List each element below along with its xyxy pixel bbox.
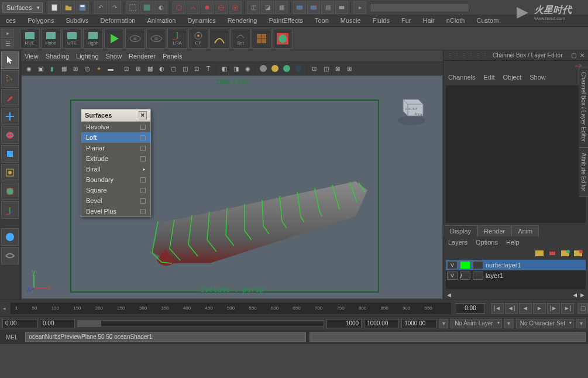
show-manip-tool[interactable] <box>1 201 19 219</box>
layer-type-toggle[interactable] <box>473 272 483 280</box>
play-back-button[interactable]: ◄ <box>519 303 532 314</box>
manipulator-tool[interactable] <box>1 164 19 181</box>
layer-color-swatch[interactable]: / <box>460 272 470 280</box>
vp-menu-shading[interactable]: Shading <box>46 53 69 60</box>
surfaces-item-loft[interactable]: Loft <box>81 132 150 143</box>
layer-add-icon[interactable] <box>560 249 570 257</box>
range-slider[interactable] <box>77 320 324 327</box>
layer-scrollbar[interactable]: ◄◄► <box>443 290 588 300</box>
viewport-3d[interactable]: 1280 x 720 <box>22 76 442 298</box>
layer-visibility-toggle[interactable]: V <box>447 261 458 269</box>
new-scene-icon[interactable] <box>48 1 61 14</box>
shelf-tab-up[interactable]: ▸ <box>1 29 14 38</box>
menu-tab[interactable]: Hair <box>417 15 440 26</box>
anim-layer-dropdown[interactable]: No Anim Layer <box>451 319 502 328</box>
panel-close-icon[interactable]: ✕ <box>580 52 584 59</box>
vp-2d-icon[interactable]: ▦ <box>59 63 69 74</box>
go-start-button[interactable]: |◄ <box>491 303 504 314</box>
menu-tab[interactable]: ces <box>0 15 22 26</box>
vp-menu-show[interactable]: Show <box>106 53 122 60</box>
snap-live-icon[interactable] <box>229 1 242 14</box>
layer-type-toggle[interactable] <box>473 261 483 269</box>
range-end1[interactable]: 1000 <box>326 319 362 328</box>
single-view[interactable] <box>1 228 19 246</box>
timeline-min-icon[interactable]: ◂ <box>0 305 8 311</box>
select-hier-icon[interactable] <box>140 1 153 14</box>
vp-menu-panels[interactable]: Panels <box>163 53 183 60</box>
side-tab-attribute[interactable]: Attribute Editor <box>579 147 588 197</box>
vp-poly-icon[interactable]: ◨ <box>231 63 241 74</box>
surfaces-item-boundary[interactable]: Boundary <box>81 174 150 185</box>
paint-tool[interactable] <box>1 89 19 106</box>
layer-tab-anim[interactable]: Anim <box>511 225 539 236</box>
menu-tab[interactable]: Animation <box>141 15 181 26</box>
vp-wireframe-icon[interactable]: ⊡ <box>121 63 132 74</box>
close-icon[interactable]: ✕ <box>139 111 147 119</box>
redo-icon[interactable]: ↷ <box>108 1 121 14</box>
shelf-eye2[interactable] <box>146 29 166 49</box>
menu-tab[interactable]: Rendering <box>222 15 263 26</box>
layer-row[interactable]: V nurbs:layer1 <box>446 260 586 270</box>
save-icon[interactable] <box>76 1 89 14</box>
edit-menu[interactable]: Edit <box>483 74 494 81</box>
vp-material3-icon[interactable] <box>281 63 292 74</box>
vp-material2-icon[interactable] <box>270 63 280 74</box>
menu-tab[interactable]: Muscle <box>335 15 367 26</box>
snap-plane-icon[interactable] <box>215 1 228 14</box>
layer-add2-icon[interactable] <box>573 249 583 257</box>
menu-tab[interactable]: Subdivs <box>60 15 94 26</box>
surfaces-item-birail[interactable]: Birail▸ <box>81 164 150 174</box>
surfaces-panel-title[interactable]: Surfaces ✕ <box>81 109 150 122</box>
undo-icon[interactable]: ↶ <box>94 1 107 14</box>
vp-grid-icon[interactable]: ⊞ <box>70 63 81 74</box>
layer-visibility-toggle[interactable]: V <box>447 272 458 280</box>
surfaces-item-extrude[interactable]: Extrude <box>81 153 150 164</box>
menu-tab[interactable]: Dynamics <box>181 15 221 26</box>
layer-move-icon[interactable] <box>547 249 558 257</box>
construction-icon[interactable]: ▦ <box>275 1 288 14</box>
range-start2[interactable]: 0.00 <box>40 319 75 328</box>
search-input[interactable] <box>370 3 469 12</box>
vp-light-icon[interactable]: ◐ <box>156 63 167 74</box>
vp-renderer3-icon[interactable]: ⊠ <box>332 63 343 74</box>
vp-gate-mask-icon[interactable]: ▬ <box>105 63 116 74</box>
menu-tab[interactable]: PaintEffects <box>263 15 309 26</box>
step-fwd-button[interactable]: |► <box>547 303 560 314</box>
range-end2[interactable]: 1000.00 <box>364 319 399 328</box>
options-menu[interactable]: Options <box>476 239 498 246</box>
vp-renderer2-icon[interactable]: ◫ <box>321 63 331 74</box>
menu-tab[interactable]: Toon <box>309 15 335 26</box>
move-tool[interactable] <box>1 108 19 125</box>
shelf-cp[interactable]: CP <box>188 29 208 49</box>
vp-renderer4-icon[interactable]: ⊞ <box>344 63 355 74</box>
show-menu[interactable]: Show <box>529 74 546 81</box>
open-icon[interactable] <box>62 1 75 14</box>
vp-hq-icon[interactable]: ◫ <box>180 63 190 74</box>
step-back-button[interactable]: ◄| <box>505 303 518 314</box>
render-globals-icon[interactable] <box>335 1 348 14</box>
vp-renderer1-icon[interactable]: ⊡ <box>309 63 319 74</box>
history-off-icon[interactable]: ◪ <box>261 1 274 14</box>
vp-shadow-icon[interactable]: ▢ <box>168 63 178 74</box>
range-end3[interactable]: 1000.00 <box>401 319 436 328</box>
character-set-dropdown[interactable]: No Character Set <box>516 319 574 328</box>
range-start[interactable]: 0.00 <box>2 319 37 328</box>
menu-tab[interactable]: nCloth <box>441 15 471 26</box>
shelf-ute[interactable]: UTE <box>62 29 82 49</box>
vp-film-gate-icon[interactable]: ◎ <box>82 63 92 74</box>
layer-row[interactable]: V / layer1 <box>446 270 586 281</box>
range-opts-icon[interactable]: ▾ <box>439 319 448 328</box>
surfaces-item-bevel-plus[interactable]: Bevel Plus <box>81 206 150 217</box>
vp-textured-icon[interactable]: ▩ <box>145 63 155 74</box>
select-icon[interactable] <box>126 1 139 14</box>
render-settings-icon[interactable]: ▤ <box>321 1 334 14</box>
shelf-grid[interactable] <box>252 29 271 49</box>
timeline-options-icon[interactable]: ▢ <box>577 303 588 314</box>
channels-menu[interactable]: Channels <box>448 74 475 81</box>
layer-tab-render[interactable]: Render <box>477 225 511 236</box>
vp-material1-icon[interactable] <box>258 63 269 74</box>
time-current[interactable]: 0.00 <box>456 303 485 314</box>
object-menu[interactable]: Object <box>503 74 521 81</box>
help-icon[interactable]: ▸ <box>353 1 366 14</box>
panel-min-icon[interactable]: ▢ <box>571 52 576 59</box>
